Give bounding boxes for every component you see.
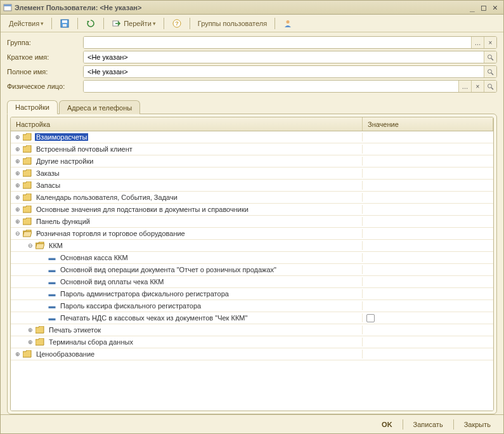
tree-row[interactable]: ⊕Основные значения для подстановки в док… [11,204,493,216]
person-input[interactable] [84,81,458,92]
tree-row[interactable]: ▬Основная касса ККМ [11,252,493,264]
person-lookup-button[interactable] [484,81,496,92]
magnifier-icon [487,69,494,76]
folder-icon [35,338,45,346]
tree-row[interactable]: ⊕Заказы [11,168,493,180]
refresh-icon [86,18,96,29]
expand-icon[interactable]: ⊕ [13,157,22,166]
tree-row[interactable]: ⊕Панель функций [11,216,493,228]
ok-button[interactable]: OK [375,418,399,431]
tree-row[interactable]: ▬Основной вид оплаты чека ККМ [11,276,493,288]
full-name-lookup-button[interactable] [484,66,496,77]
tree-row[interactable]: ⊕Запасы [11,180,493,192]
minimize-button[interactable]: _ [467,3,478,13]
svg-line-11 [491,58,493,60]
goto-icon [112,18,122,29]
user-icon [283,18,293,29]
tree-row[interactable]: ▬Основной вид операции документа "Отчет … [11,264,493,276]
refresh-icon-button[interactable] [81,16,100,30]
svg-text:?: ? [175,20,179,27]
tree-row[interactable]: ⊕Встроенный почтовый клиент [11,143,493,155]
grid-body[interactable]: ⊕Взаиморасчеты ⊕Встроенный почтовый клие… [11,131,493,411]
tree-row[interactable]: ⊕Взаиморасчеты [11,131,493,143]
svg-point-12 [488,69,492,73]
toolbar: Действия Перейти ? Группы пользова [1,15,503,32]
tab-settings[interactable]: Настройки [7,100,58,114]
save-icon [60,18,70,29]
user-icon-button[interactable] [278,16,297,30]
expand-icon[interactable]: ⊕ [13,193,22,202]
tree-row[interactable]: ⊖Розничная торговля и торговое оборудова… [11,228,493,240]
tree-row[interactable]: ⊕Ценообразование [11,348,493,360]
svg-rect-4 [63,24,67,27]
help-icon-button[interactable]: ? [167,16,186,30]
save-icon-button[interactable] [55,16,74,30]
titlebar: Элемент Пользователи: <Не указан> _ □ ✕ [1,1,503,15]
user-groups-button[interactable]: Группы пользователя [193,16,271,30]
svg-rect-1 [4,4,11,6]
tab-addresses[interactable]: Адреса и телефоны [59,100,140,114]
col-value-header[interactable]: Значение [363,117,493,131]
expand-icon[interactable]: ⊕ [26,326,35,334]
close-button[interactable]: ✕ [489,3,501,13]
tree-row[interactable]: ▬Печатать НДС в кассовых чеках из докуме… [11,312,493,324]
svg-point-10 [488,55,492,58]
save-button[interactable]: Записать [407,418,449,431]
item-icon: ▬ [48,301,56,310]
folder-icon [22,169,32,178]
svg-rect-3 [62,20,67,23]
tree-row[interactable]: ▬Пароль кассира фискального регистратора [11,300,493,312]
person-input-wrap: … × [83,80,497,93]
window: Элемент Пользователи: <Не указан> _ □ ✕ … [0,0,504,434]
grid-header: Настройка Значение [11,117,493,131]
short-name-input[interactable] [84,51,484,63]
vat-print-checkbox[interactable] [366,314,375,322]
svg-line-15 [491,88,493,89]
settings-grid: Настройка Значение ⊕Взаиморасчеты ⊕Встро… [10,117,494,411]
group-input-wrap: … × [83,36,497,49]
person-label: Физическое лицо: [7,82,83,90]
short-name-label: Краткое имя: [7,53,83,61]
folder-icon [22,157,32,166]
tree-row[interactable]: ⊕Календарь пользователя, События, Задачи [11,192,493,204]
folder-icon [22,350,32,358]
person-select-button[interactable]: … [458,81,471,92]
tree-row[interactable]: ⊕Терминалы сбора данных [11,336,493,348]
maximize-button[interactable]: □ [478,3,489,13]
magnifier-icon [487,83,494,90]
svg-line-13 [491,73,493,75]
goto-menu[interactable]: Перейти [107,16,160,30]
folder-icon [22,181,32,190]
magnifier-icon [487,54,494,61]
item-icon: ▬ [48,313,56,322]
svg-point-9 [287,20,290,23]
tab-container: Настройки Адреса и телефоны Настройка Зн… [7,100,497,414]
item-icon: ▬ [48,277,56,286]
group-input[interactable] [84,37,471,48]
collapse-icon[interactable]: ⊖ [26,241,35,250]
tree-row[interactable]: ⊖ККМ [11,240,493,252]
person-clear-button[interactable]: × [471,81,484,92]
tree-row[interactable]: ⊕Печать этикеток [11,324,493,336]
full-name-label: Полное имя: [7,68,83,76]
full-name-input[interactable] [84,66,484,77]
window-title: Элемент Пользователи: <Не указан> [15,4,467,11]
short-name-lookup-button[interactable] [484,51,496,63]
col-setting-header[interactable]: Настройка [11,117,363,131]
expand-icon[interactable]: ⊕ [13,205,22,214]
expand-icon[interactable]: ⊕ [13,217,22,226]
expand-icon[interactable]: ⊕ [13,145,22,154]
tree-row[interactable]: ⊕Другие настройки [11,155,493,168]
expand-icon[interactable]: ⊕ [13,181,22,190]
actions-menu[interactable]: Действия [4,16,48,30]
expand-icon[interactable]: ⊕ [13,169,22,178]
expand-icon[interactable]: ⊕ [13,350,22,358]
expand-icon[interactable]: ⊕ [26,338,35,346]
svg-point-14 [488,84,492,88]
expand-icon[interactable]: ⊕ [13,133,22,141]
tree-row[interactable]: ▬Пароль администратора фискального регис… [11,288,493,300]
group-select-button[interactable]: … [471,37,484,48]
collapse-icon[interactable]: ⊖ [13,229,22,238]
close-footer-button[interactable]: Закрыть [458,418,497,431]
group-clear-button[interactable]: × [484,37,496,48]
